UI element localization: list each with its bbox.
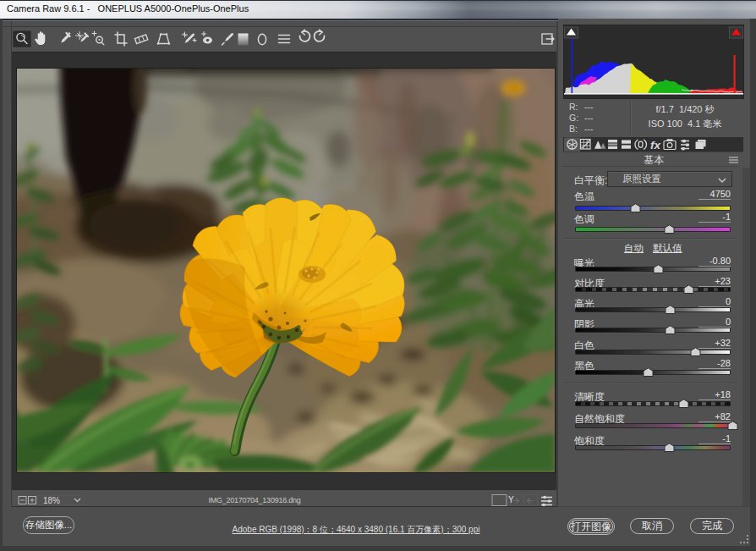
svg-text:18%: 18% [43, 496, 60, 505]
svg-text:fx: fx [650, 139, 660, 152]
svg-text:Y: Y [508, 495, 514, 504]
svg-text:IMG_20170704_130916.dng: IMG_20170704_130916.dng [209, 496, 301, 504]
